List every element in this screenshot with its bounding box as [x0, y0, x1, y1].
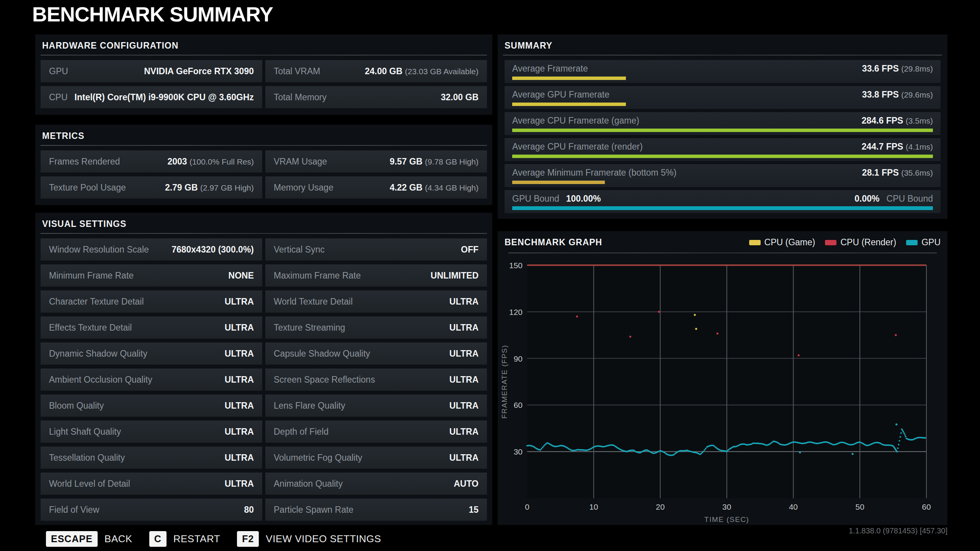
- metric-row-value-main: 2.79 GB: [165, 183, 198, 192]
- setting-row-value: ULTRA: [225, 479, 254, 489]
- setting-row-value: ULTRA: [225, 349, 254, 359]
- page-title: BENCHMARK SUMMARY: [32, 2, 273, 26]
- setting-row: Window Resolution Scale7680x4320 (300.0%…: [41, 238, 262, 261]
- metric-row: VRAM Usage9.57 GB (9.78 GB High): [265, 150, 487, 173]
- setting-row: Texture StreamingULTRA: [265, 316, 487, 339]
- setting-row-value-main: 15: [469, 505, 479, 515]
- summary-row-label: Average CPU Framerate (render): [512, 142, 643, 152]
- setting-row-value-main: ULTRA: [225, 427, 254, 437]
- summary-row-value: 284.6 FPS (3.5ms): [862, 116, 933, 126]
- setting-row-label: Maximum Frame Rate: [274, 271, 361, 281]
- legend-item: CPU (Render): [825, 237, 896, 248]
- setting-row: Ambient Occlusion QualityULTRA: [41, 368, 262, 391]
- visual-settings-rows: Window Resolution Scale7680x4320 (300.0%…: [35, 234, 492, 526]
- setting-row-value-main: ULTRA: [449, 349, 479, 359]
- hardware-row: GPUNVIDIA GeForce RTX 3090: [41, 60, 262, 82]
- legend-swatch: [749, 240, 761, 245]
- setting-row-value: NONE: [229, 271, 254, 281]
- footer-bar: ESCAPEBACKCRESTARTF2VIEW VIDEO SETTINGS …: [0, 527, 980, 551]
- outlier-dot: [694, 314, 696, 316]
- shortcut-label: RESTART: [173, 533, 220, 545]
- panel-separator: [41, 233, 487, 234]
- metric-row-value-extra: (2.97 GB High): [200, 183, 254, 192]
- version-text: 1.1.838.0 (9781453) [457.30]: [836, 527, 947, 535]
- summary-bar: [512, 103, 626, 106]
- setting-row-value-main: NONE: [229, 271, 254, 280]
- key-badge: C: [149, 531, 167, 547]
- outlier-dot: [895, 424, 897, 425]
- setting-row-value: ULTRA: [449, 453, 479, 463]
- graph-legend: CPU (Game)CPU (Render)GPU: [749, 237, 941, 248]
- setting-row-label: Tessellation Quality: [49, 453, 125, 463]
- setting-row-value-main: ULTRA: [225, 349, 254, 359]
- setting-row: Maximum Frame RateUNLIMITED: [265, 264, 487, 287]
- summary-fps-value: 284.6 FPS: [862, 116, 903, 126]
- summary-row-line: Average CPU Framerate (render)244.7 FPS …: [512, 138, 933, 152]
- cpu-bound-label: CPU Bound: [887, 194, 933, 204]
- outlier-dot: [799, 452, 801, 453]
- setting-row-label: World Texture Detail: [274, 297, 353, 307]
- shortcut-label: BACK: [105, 533, 132, 545]
- hardware-row-label: GPU: [49, 66, 68, 77]
- setting-row: Depth of FieldULTRA: [265, 421, 487, 443]
- metric-row-value-extra: (4.34 GB High): [425, 183, 479, 192]
- x-tick-label: 30: [722, 502, 731, 511]
- setting-row-value: AUTO: [454, 479, 479, 489]
- outlier-dot: [629, 336, 631, 337]
- summary-row: Average CPU Framerate (render)244.7 FPS …: [505, 138, 941, 161]
- graph-title: BENCHMARK GRAPH: [505, 237, 602, 248]
- key-badge: F2: [237, 531, 259, 547]
- legend-label: CPU (Render): [840, 237, 896, 248]
- visual-panel-title: VISUAL SETTINGS: [35, 213, 492, 233]
- hardware-row: CPUIntel(R) Core(TM) i9-9900K CPU @ 3.60…: [41, 86, 262, 108]
- setting-row: Volumetric Fog QualityULTRA: [265, 447, 487, 469]
- summary-row-label: Average Minimum Framerate (bottom 5%): [512, 168, 676, 178]
- setting-row: World Level of DetailULTRA: [41, 473, 262, 495]
- visual-settings-panel: VISUAL SETTINGS Window Resolution Scale7…: [35, 213, 492, 525]
- shortcut-back[interactable]: ESCAPEBACK: [46, 531, 132, 547]
- x-tick-label: 40: [789, 502, 798, 511]
- summary-fps-value: 244.7 FPS: [862, 142, 903, 152]
- summary-row: Average Framerate33.6 FPS (29.8ms): [505, 60, 941, 83]
- setting-row: Effects Texture DetailULTRA: [41, 316, 262, 339]
- metric-row-value: 9.57 GB (9.78 GB High): [390, 156, 479, 167]
- metric-row-label: Memory Usage: [274, 183, 333, 193]
- setting-row-value-main: OFF: [461, 245, 479, 254]
- setting-row: World Texture DetailULTRA: [265, 290, 487, 313]
- setting-row-value: ULTRA: [449, 427, 479, 437]
- setting-row-value-main: 7680x4320 (300.0%): [172, 245, 254, 254]
- setting-row-label: Texture Streaming: [274, 323, 345, 333]
- shortcut-view-video-settings[interactable]: F2VIEW VIDEO SETTINGS: [237, 531, 381, 547]
- hardware-row-value: Intel(R) Core(TM) i9-9900K CPU @ 3.60GHz: [75, 92, 254, 103]
- hardware-row-value-extra: (23.03 GB Available): [405, 67, 479, 76]
- summary-row-value: 244.7 FPS (4.1ms): [862, 142, 933, 152]
- summary-bar: [512, 77, 626, 80]
- x-axis-title: TIME (SEC): [704, 515, 749, 523]
- summary-panel: SUMMARY Average Framerate33.6 FPS (29.8m…: [498, 34, 947, 219]
- setting-row-label: Dynamic Shadow Quality: [49, 349, 147, 359]
- setting-row-value-main: ULTRA: [449, 375, 479, 385]
- setting-row-label: Screen Space Reflections: [274, 375, 375, 385]
- setting-row-value: 15: [469, 505, 479, 515]
- x-tick-label: 50: [855, 502, 864, 511]
- bound-bar: [512, 206, 933, 210]
- setting-row-value-main: 80: [244, 505, 254, 515]
- setting-row: Character Texture DetailULTRA: [41, 290, 262, 313]
- setting-row-label: Character Texture Detail: [49, 297, 144, 307]
- setting-row-label: Vertical Sync: [274, 245, 325, 255]
- setting-row-value: ULTRA: [225, 375, 254, 385]
- summary-ms-value: (29.8ms): [901, 64, 933, 73]
- shortcut-bar: ESCAPEBACKCRESTARTF2VIEW VIDEO SETTINGS: [46, 531, 381, 547]
- summary-row-line: Average Framerate33.6 FPS (29.8ms): [512, 60, 933, 74]
- setting-row-label: Light Shaft Quality: [49, 427, 121, 437]
- setting-row: Particle Spawn Rate15: [265, 499, 487, 521]
- x-tick-label: 20: [656, 502, 665, 511]
- metric-row-label: VRAM Usage: [274, 156, 327, 167]
- y-tick-label: 120: [509, 308, 523, 316]
- summary-row-value: 33.8 FPS (29.6ms): [862, 90, 933, 100]
- summary-row: Average Minimum Framerate (bottom 5%)28.…: [505, 164, 941, 187]
- hardware-row-value: 24.00 GB (23.03 GB Available): [365, 66, 479, 77]
- setting-row-value: ULTRA: [225, 323, 254, 333]
- shortcut-restart[interactable]: CRESTART: [149, 531, 220, 547]
- setting-row: Light Shaft QualityULTRA: [41, 421, 262, 443]
